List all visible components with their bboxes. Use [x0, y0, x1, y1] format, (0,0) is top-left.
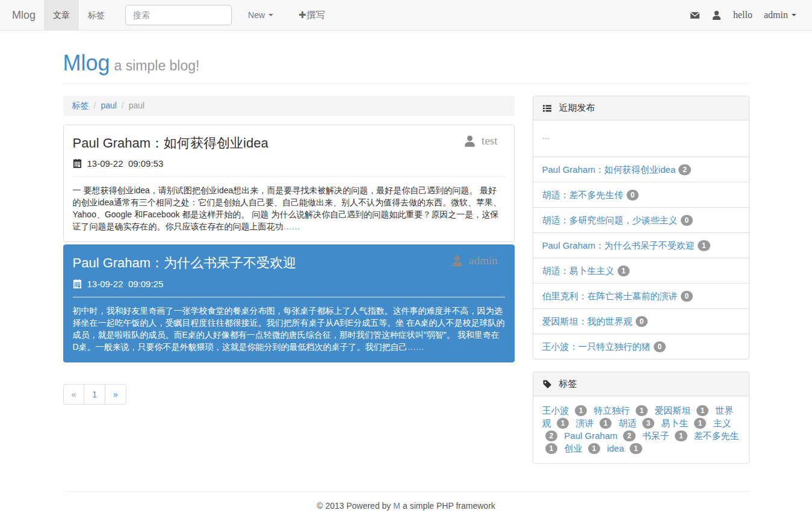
- article-card-highlighted: Paul Graham：为什么书呆子不受欢迎 admin 13-09-22: [63, 244, 515, 362]
- read-more-link[interactable]: ……: [408, 342, 424, 352]
- tag-link[interactable]: 王小波 1: [542, 405, 587, 415]
- tag-label: 演讲: [576, 418, 594, 428]
- author-name: test: [482, 134, 497, 148]
- article-date: 13-09-22 09:09:25: [73, 279, 505, 289]
- recent-post-link[interactable]: 伯里克利：在阵亡将士墓前的演讲: [542, 291, 678, 301]
- breadcrumb: 标签 paul paul: [63, 96, 515, 116]
- tag-label: idea: [607, 443, 624, 453]
- messages-button[interactable]: [690, 10, 700, 20]
- comment-count-badge: 1: [698, 240, 710, 251]
- tag-link[interactable]: 书呆子 1: [642, 431, 687, 441]
- article-card: Paul Graham：如何获得创业idea test 13-09-22: [63, 125, 515, 242]
- pagination-prev[interactable]: «: [63, 384, 85, 405]
- tag-link[interactable]: 特立独行 1: [594, 405, 648, 415]
- tag-count-badge: 1: [575, 405, 587, 416]
- tag-link[interactable]: Paul Graham 2: [564, 431, 635, 441]
- pagination: « 1 »: [63, 384, 126, 405]
- tag-label: 易卜生: [662, 418, 689, 428]
- sidebar: 近期发布 ... Paul Graham：如何获得创业idea2 胡适：差不多先…: [533, 96, 749, 476]
- recent-posts-list: ... Paul Graham：如何获得创业idea2 胡适：差不多先生传0 胡…: [533, 120, 749, 359]
- breadcrumb-link-tags[interactable]: 标签: [72, 101, 89, 110]
- breadcrumb-current: paul: [117, 101, 144, 111]
- tag-count-badge: 1: [696, 405, 709, 416]
- breadcrumb-link-paul[interactable]: paul: [101, 101, 116, 110]
- tag-count-badge: 1: [557, 418, 569, 429]
- user-icon: [451, 255, 463, 267]
- divider: [73, 176, 505, 177]
- recent-post-link[interactable]: 胡适：多研究些问题，少谈些主义: [542, 215, 678, 225]
- search-input[interactable]: [125, 5, 232, 25]
- nav-item-articles[interactable]: 文章: [44, 0, 79, 30]
- recent-post-link[interactable]: 王小波：一只特立独行的猪: [542, 341, 651, 352]
- new-dropdown[interactable]: New: [240, 0, 282, 30]
- comment-count-badge: 0: [681, 291, 693, 302]
- recent-post-link[interactable]: 爱因斯坦：我的世界观: [542, 316, 633, 326]
- tag-link[interactable]: 易卜生 1: [662, 418, 707, 428]
- article-title: Paul Graham：为什么书呆子不受欢迎: [73, 255, 297, 271]
- placeholder-text: ...: [542, 131, 550, 141]
- tag-label: 胡适: [619, 418, 637, 428]
- tag-count-badge: 2: [623, 431, 636, 441]
- page-header: Mloga simple blog!: [63, 51, 749, 84]
- user-menu[interactable]: admin: [764, 10, 796, 20]
- pagination-page-1[interactable]: 1: [84, 384, 105, 405]
- tag-link[interactable]: 创业 1: [564, 443, 600, 453]
- tag-count-badge: 1: [600, 418, 612, 429]
- read-more-link[interactable]: ……: [284, 222, 300, 231]
- footer-divider: [63, 491, 749, 492]
- recent-posts-header: 近期发布: [533, 96, 749, 120]
- tag-count-badge: 3: [642, 418, 655, 429]
- tag-link[interactable]: 演讲 1: [576, 418, 612, 428]
- divider: [73, 297, 505, 297]
- list-item: 伯里克利：在阵亡将士墓前的演讲0: [533, 283, 749, 308]
- tag-label: 王小波: [542, 405, 569, 415]
- recent-post-link[interactable]: Paul Graham：为什么书呆子不受欢迎: [542, 240, 695, 250]
- article-excerpt: 一 要想获得创业idea，请别试图把创业idea想出来，而是要寻找未被解决的问题…: [73, 184, 505, 232]
- compose-label: 撰写: [307, 0, 325, 30]
- envelope-icon: [690, 10, 700, 20]
- pagination-next[interactable]: »: [105, 384, 126, 405]
- list-item: 胡适：易卜生主义1: [533, 258, 749, 283]
- list-item: 爱因斯坦：我的世界观0: [533, 308, 749, 334]
- nav-item-tags[interactable]: 标签: [79, 0, 114, 30]
- compose-button[interactable]: ✚ 撰写: [293, 0, 331, 30]
- caret-down-icon: [268, 14, 273, 16]
- tag-label: Paul Graham: [564, 431, 617, 441]
- user-icon: [711, 10, 722, 20]
- tag-count-badge: 1: [630, 443, 642, 454]
- article-author: test: [463, 134, 497, 148]
- article-title-link[interactable]: Paul Graham：如何获得创业idea: [73, 135, 268, 151]
- recent-post-link[interactable]: 胡适：差不多先生传: [542, 190, 624, 200]
- tag-link[interactable]: 爱因斯坦 1: [655, 405, 709, 415]
- tag-count-badge: 2: [545, 431, 558, 441]
- recent-post-link[interactable]: Paul Graham：如何获得创业idea: [542, 164, 676, 175]
- list-item: 胡适：差不多先生传0: [533, 182, 749, 207]
- list-item: Paul Graham：为什么书呆子不受欢迎1: [533, 232, 749, 258]
- comment-count-badge: 0: [627, 190, 639, 201]
- pagination-item: 1: [84, 384, 105, 405]
- brand-link[interactable]: Mlog: [0, 0, 44, 30]
- excerpt-text: 初中时，我和好友里奇画了一张学校食堂的餐桌分布图，每张桌子都标上了人气指数。这件…: [73, 306, 505, 352]
- new-dropdown-label: New: [248, 0, 265, 30]
- tag-icon: [542, 379, 552, 389]
- page-title[interactable]: Mlog: [63, 51, 110, 75]
- tag-link[interactable]: 胡适 3: [619, 418, 655, 428]
- recent-post-link[interactable]: 胡适：易卜生主义: [542, 266, 615, 276]
- date-text: 13-09-22 09:09:53: [87, 158, 164, 169]
- pagination-item: »: [105, 384, 126, 405]
- footer-text: © 2013 Powered byMa simple PHP framework: [63, 501, 749, 511]
- article-date: 13-09-22 09:09:53: [73, 158, 505, 169]
- tags-title: 标签: [559, 378, 577, 390]
- tag-link[interactable]: idea 1: [607, 443, 642, 453]
- article-excerpt: 初中时，我和好友里奇画了一张学校食堂的餐桌分布图，每张桌子都标上了人气指数。这件…: [73, 305, 505, 353]
- footer: © 2013 Powered byMa simple PHP framework: [63, 491, 749, 511]
- list-item: 王小波：一只特立独行的猪0: [533, 334, 749, 359]
- tag-label: 差不多先生: [694, 431, 739, 441]
- comment-count-badge: 1: [618, 266, 630, 276]
- footer-prefix: © 2013 Powered by: [317, 501, 391, 511]
- plus-icon: ✚: [299, 0, 306, 30]
- article-title-link[interactable]: Paul Graham：为什么书呆子不受欢迎: [73, 255, 297, 270]
- framework-link[interactable]: M: [393, 501, 400, 511]
- main-column: 标签 paul paul Paul Graham：如何获得创业idea test: [63, 96, 515, 476]
- comment-count-badge: 0: [636, 316, 648, 327]
